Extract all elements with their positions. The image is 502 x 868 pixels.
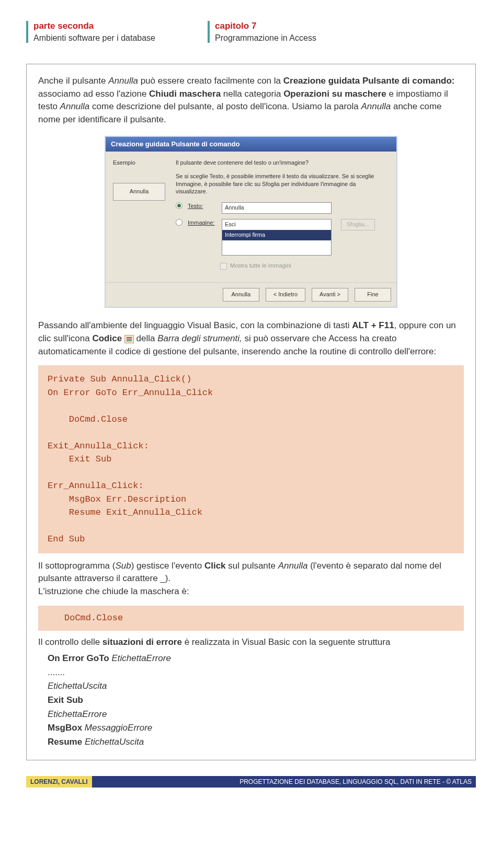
next-button[interactable]: Avanti > [312,288,348,302]
browse-button[interactable]: Sfoglia... [341,219,375,230]
example-label: Esempio [113,159,165,167]
wizard-dialog: Creazione guidata Pulsante di comando Es… [105,136,397,308]
back-button[interactable]: < Indietro [266,288,305,302]
list-item[interactable]: Interrompi firma [222,230,331,240]
wizard-body: Esempio Annulla Il pulsante deve contene… [106,152,396,282]
wizard-options-pane: Il pulsante deve contenere del testo o u… [176,159,389,275]
code-block-1: Private Sub Annulla_Click() On Error GoT… [38,365,464,553]
list-item[interactable]: Esci [222,219,331,230]
radio-text-label: Testo: [188,202,216,211]
header-left-sub: Ambienti software per i database [33,33,155,43]
header-right-title: capitolo 7 [215,21,316,31]
paragraph-1: Anche il pulsante Annulla può essere cre… [38,75,464,126]
footer-authors: LORENZI, CAVALLI [26,776,92,788]
error-structure: On Error GoTo EtichettaErrore ....... Et… [48,652,464,748]
show-all-checkbox[interactable] [220,263,227,270]
wizard-note: Se si sceglie Testo, è possibile immette… [176,172,389,195]
header-left-title: parte seconda [33,21,155,31]
paragraph-3: Il sottoprogramma (Sub) gestisce l'event… [38,560,464,598]
text-input[interactable]: Annulla [222,202,332,214]
paragraph-2: Passando all'ambiente del linguaggio Vis… [38,319,464,358]
header-right-sub: Programmazione in Access [215,33,316,43]
page-footer: LORENZI, CAVALLI PROGETTAZIONE DEI DATAB… [26,776,476,788]
show-all-label: Mostra tutte le immagini [230,262,291,270]
header-left: parte seconda Ambienti software per i da… [26,21,155,43]
image-listbox[interactable]: Esci Interrompi firma [222,219,332,256]
wizard-title: Creazione guidata Pulsante di comando [106,137,396,152]
content-box: Anche il pulsante Annulla può essere cre… [26,64,476,760]
footer-title: PROGETTAZIONE DEI DATABASE, LINGUAGGIO S… [92,776,476,788]
code-block-2: DoCmd.Close [38,606,464,631]
wizard-footer: Annulla < Indietro Avanti > Fine [106,282,396,307]
show-all-row: Mostra tutte le immagini [220,262,389,270]
page-header: parte seconda Ambienti software per i da… [26,21,476,43]
radio-row-text: Testo: Annulla [176,202,389,214]
radio-row-image: Immagine: Esci Interrompi firma Sfoglia.… [176,219,389,256]
radio-text[interactable] [176,202,182,209]
cancel-button[interactable]: Annulla [223,288,259,302]
wizard-question: Il pulsante deve contenere del testo o u… [176,159,389,167]
sample-button[interactable]: Annulla [113,183,165,201]
paragraph-4: Il controllo delle situazioni di errore … [38,636,464,649]
wizard-example-pane: Esempio Annulla [113,159,165,275]
radio-image[interactable] [176,219,182,226]
code-icon [124,335,134,343]
header-right: capitolo 7 Programmazione in Access [208,21,316,43]
radio-image-label: Immagine: [188,219,216,227]
finish-button[interactable]: Fine [355,288,391,302]
